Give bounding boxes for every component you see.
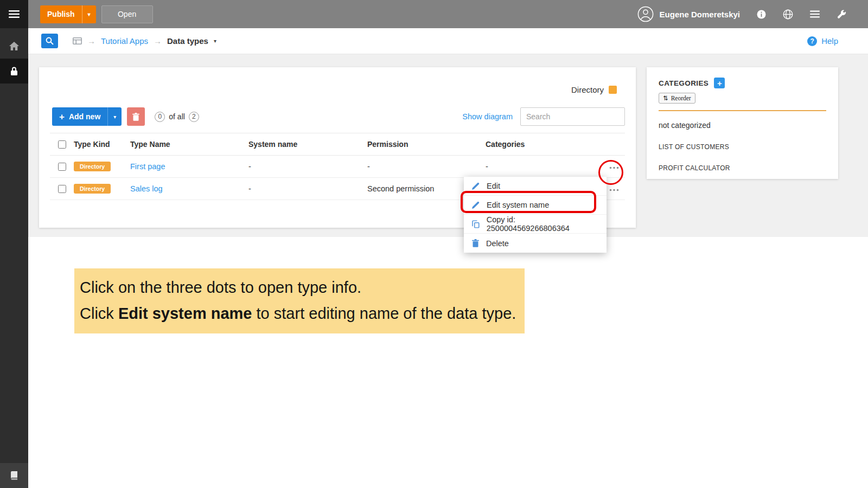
breadcrumb-arrow-icon: → (87, 36, 95, 46)
row-checkbox[interactable] (58, 163, 66, 171)
log-list-button[interactable] (810, 10, 820, 18)
total-count-badge: 2 (189, 112, 199, 122)
breadcrumb-current-page[interactable]: Data types (167, 36, 208, 46)
breadcrumb-app-link[interactable]: Tutorial Apps (101, 36, 148, 46)
three-dots-icon (609, 166, 619, 169)
selected-count-badge: 0 (155, 112, 165, 122)
directory-legend-label: Directory (571, 85, 604, 94)
categories-divider (659, 110, 826, 111)
system-name-cell: - (248, 184, 367, 193)
sidebar-menu-button[interactable] (0, 0, 28, 28)
row-context-menu: Edit Edit system name Copy id: 250000456… (464, 177, 607, 253)
breadcrumb-bar: → Tutorial Apps → Data types ▾ ? Help (28, 28, 868, 54)
menu-item-copy-id[interactable]: Copy id: 2500004569266806364 (464, 215, 607, 234)
sidebar-item-docs[interactable] (0, 463, 28, 488)
lock-icon (10, 66, 18, 76)
category-item-profit-calculator[interactable]: PROFIT CALCULATOR (659, 164, 826, 172)
book-icon (10, 471, 18, 480)
add-new-split-button: + Add new ▾ (52, 107, 122, 126)
add-new-dropdown-button[interactable]: ▾ (107, 107, 122, 126)
publish-button[interactable]: Publish ▾ (40, 5, 96, 23)
add-new-label: Add new (69, 112, 100, 121)
menu-item-edit[interactable]: Edit (464, 177, 607, 196)
system-name-cell: - (248, 162, 367, 171)
table-header-row: Type Kind Type Name System name Permissi… (50, 133, 625, 156)
avatar-icon (637, 6, 654, 22)
chevron-down-icon[interactable]: ▾ (214, 38, 216, 44)
tutorial-note-line2: Click Edit system name to start editing … (80, 300, 516, 326)
info-icon (757, 10, 766, 19)
language-button[interactable] (783, 9, 793, 20)
categories-panel: CATEGORIES + ⇅ Reorder not categorized L… (647, 67, 838, 179)
hamburger-icon (9, 10, 20, 18)
help-button[interactable]: ? Help (807, 36, 838, 46)
sidebar-item-home[interactable] (0, 34, 28, 59)
list-icon (810, 10, 820, 18)
header-type-name: Type Name (130, 140, 248, 149)
row-actions-button[interactable] (607, 182, 621, 196)
type-kind-badge: Directory (74, 184, 111, 194)
pencil-icon (472, 201, 480, 209)
category-item-not-categorized[interactable]: not categorized (659, 121, 826, 130)
menu-item-edit-system-name-label: Edit system name (487, 201, 549, 209)
show-diagram-link[interactable]: Show diagram (462, 112, 513, 121)
apps-grid-icon[interactable] (73, 37, 82, 44)
header-type-kind: Type Kind (74, 140, 130, 149)
globe-icon (783, 9, 793, 20)
info-button[interactable] (757, 10, 766, 19)
directory-color-swatch (609, 86, 617, 94)
open-button[interactable]: Open (101, 5, 153, 23)
pencil-icon (472, 182, 480, 190)
categories-header: CATEGORIES + (659, 78, 826, 88)
menu-item-edit-system-name[interactable]: Edit system name (464, 196, 607, 215)
select-all-checkbox[interactable] (58, 140, 66, 149)
type-kind-badge: Directory (74, 162, 111, 171)
three-dots-icon (609, 189, 619, 191)
selection-counter: 0 of all 2 (155, 112, 199, 122)
delete-selected-button[interactable] (127, 107, 145, 126)
topbar-right-cluster: Eugene Domeretskyi (637, 6, 846, 22)
row-checkbox[interactable] (58, 185, 66, 193)
reorder-label: Reorder (671, 95, 691, 101)
app-screen: Publish ▾ Open Eugene Domeretskyi (0, 0, 868, 488)
global-search-button[interactable] (41, 34, 58, 48)
home-icon (9, 42, 19, 50)
reorder-icon: ⇅ (663, 94, 668, 102)
user-menu[interactable]: Eugene Domeretskyi (637, 6, 740, 22)
directory-legend: Directory (50, 67, 617, 94)
publish-label: Publish (40, 10, 82, 18)
header-permission: Permission (367, 140, 486, 149)
menu-item-copy-id-label: Copy id: 2500004569266806364 (487, 215, 598, 233)
category-item-list-of-customers[interactable]: LIST OF CUSTOMERS (659, 143, 826, 151)
left-sidebar (0, 0, 28, 488)
add-new-button[interactable]: + Add new (52, 107, 107, 126)
search-icon (46, 37, 54, 45)
table-toolbar: + Add new ▾ 0 of all 2 Show diagram (50, 107, 625, 126)
copy-icon (472, 220, 480, 228)
permission-cell: - (367, 162, 486, 171)
plus-icon: + (59, 112, 65, 121)
sidebar-item-security[interactable] (0, 59, 28, 84)
menu-item-delete[interactable]: Delete (464, 234, 607, 253)
header-categories: Categories (486, 140, 603, 149)
tutorial-note: Click on the three dots to open type inf… (74, 268, 525, 333)
of-all-label: of all (169, 112, 185, 121)
type-name-link[interactable]: Sales log (130, 184, 163, 193)
publish-caret-icon[interactable]: ▾ (82, 5, 96, 23)
reorder-button[interactable]: ⇅ Reorder (659, 93, 695, 104)
header-system-name: System name (248, 140, 367, 149)
add-category-button[interactable]: + (714, 78, 725, 88)
top-bar: Publish ▾ Open Eugene Domeretskyi (28, 0, 868, 28)
menu-item-edit-label: Edit (487, 182, 500, 190)
table-search-input[interactable] (520, 107, 625, 126)
user-name: Eugene Domeretskyi (660, 10, 740, 19)
row-actions-button[interactable] (607, 160, 621, 174)
trash-icon (472, 239, 479, 247)
settings-button[interactable] (837, 9, 846, 19)
type-name-link[interactable]: First page (130, 162, 165, 171)
categories-cell: - (486, 162, 603, 171)
table-row: Directory First page - - - (50, 156, 625, 178)
breadcrumb: → Tutorial Apps → Data types ▾ (73, 36, 216, 46)
help-label: Help (821, 36, 838, 46)
breadcrumb-arrow-icon: → (154, 36, 162, 46)
